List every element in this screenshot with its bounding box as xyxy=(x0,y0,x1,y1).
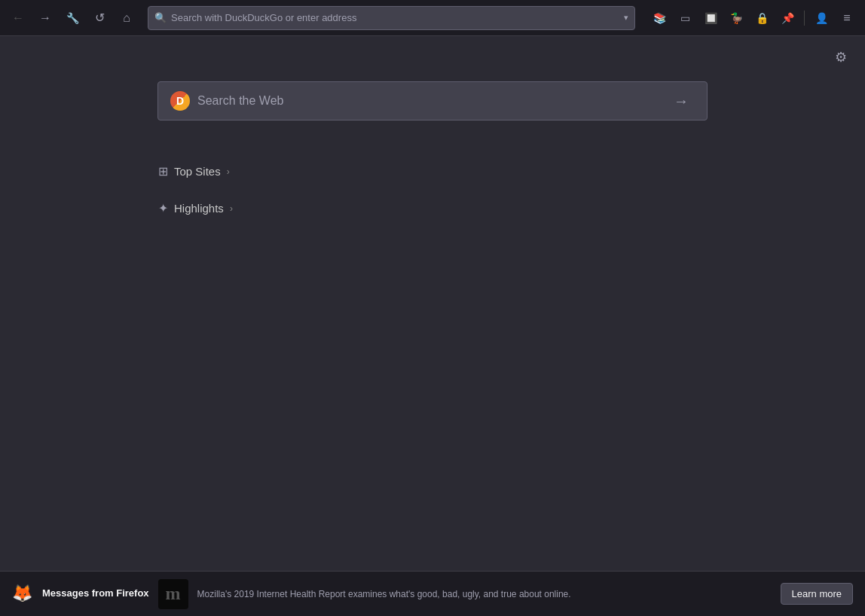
sections: ⊞ Top Sites › ✦ Highlights › xyxy=(158,164,233,238)
highlights-chevron-icon: › xyxy=(230,203,233,214)
bottom-bar: 🦊 Messages from Firefox m Mozilla's 2019… xyxy=(0,571,865,616)
sidebar-button[interactable]: ▭ xyxy=(673,6,697,30)
learn-more-button[interactable]: Learn more xyxy=(781,583,853,605)
page-content: ⚙ D Search the Web → ⊞ Top Sites › ✦ Hig… xyxy=(0,36,865,571)
bottom-article-text: Mozilla's 2019 Internet Health Report ex… xyxy=(197,589,571,599)
gear-icon: ⚙ xyxy=(835,49,847,66)
menu-icon: ≡ xyxy=(843,11,850,25)
duckduckgo-logo: D xyxy=(170,91,190,111)
forward-button[interactable]: → xyxy=(33,6,57,30)
library-icon: 📚 xyxy=(653,12,666,24)
ddg-extension-button[interactable]: 🦆 xyxy=(724,6,748,30)
toolbar-divider xyxy=(804,11,805,26)
search-input-placeholder: Search the Web xyxy=(197,94,660,108)
extension3-button[interactable]: 📌 xyxy=(775,6,799,30)
home-button[interactable]: ⌂ xyxy=(115,6,139,30)
firefox-logo: 🦊 xyxy=(12,584,33,605)
top-sites-section-header[interactable]: ⊞ Top Sites › xyxy=(158,164,233,178)
browser-toolbar: ← → 🔧 ↺ ⌂ 🔍 Search with DuckDuckGo or en… xyxy=(0,0,865,36)
reload-icon: ↺ xyxy=(95,11,105,25)
ddg-extension-icon: 🦆 xyxy=(730,12,743,24)
back-icon: ← xyxy=(12,11,24,25)
article-thumbnail: m xyxy=(158,579,188,609)
highlights-label: Highlights xyxy=(174,202,224,215)
container-icon: 🔲 xyxy=(705,12,717,24)
toolbar-icons: 📚 ▭ 🔲 🦆 🔒 📌 👤 ≡ xyxy=(647,6,859,30)
address-bar-text: Search with DuckDuckGo or enter address xyxy=(171,12,624,23)
bottom-message-title: Messages from Firefox xyxy=(42,587,149,599)
top-sites-icon: ⊞ xyxy=(158,164,168,178)
search-icon: 🔍 xyxy=(154,12,167,23)
container-button[interactable]: 🔲 xyxy=(698,6,723,30)
dropdown-arrow-icon[interactable]: ▾ xyxy=(624,13,628,23)
page-settings-button[interactable]: ⚙ xyxy=(829,45,853,69)
extension3-icon: 📌 xyxy=(781,12,794,24)
tools-button[interactable]: 🔧 xyxy=(60,6,84,30)
account-icon: 👤 xyxy=(815,12,828,24)
bottom-message-content: Messages from Firefox xyxy=(42,587,149,600)
highlights-icon: ✦ xyxy=(158,201,168,215)
search-box[interactable]: D Search the Web → xyxy=(157,81,708,120)
library-button[interactable]: 📚 xyxy=(647,6,671,30)
search-go-button[interactable]: → xyxy=(668,87,695,114)
sidebar-icon: ▭ xyxy=(680,12,690,24)
back-button[interactable]: ← xyxy=(6,6,30,30)
search-go-icon: → xyxy=(674,93,689,110)
address-bar-container: 🔍 Search with DuckDuckGo or enter addres… xyxy=(148,6,635,30)
tools-icon: 🔧 xyxy=(66,12,79,24)
home-icon: ⌂ xyxy=(123,11,130,25)
reload-button[interactable]: ↺ xyxy=(87,6,112,30)
top-sites-label: Top Sites xyxy=(174,165,221,178)
account-button[interactable]: 👤 xyxy=(809,6,833,30)
address-bar[interactable]: 🔍 Search with DuckDuckGo or enter addres… xyxy=(148,6,635,30)
highlights-section-header[interactable]: ✦ Highlights › xyxy=(158,201,233,215)
menu-button[interactable]: ≡ xyxy=(835,6,859,30)
search-widget: D Search the Web → xyxy=(157,81,708,120)
extension2-icon: 🔒 xyxy=(756,12,769,24)
top-sites-chevron-icon: › xyxy=(227,166,230,177)
forward-icon: → xyxy=(39,11,51,25)
extension2-button[interactable]: 🔒 xyxy=(750,6,774,30)
